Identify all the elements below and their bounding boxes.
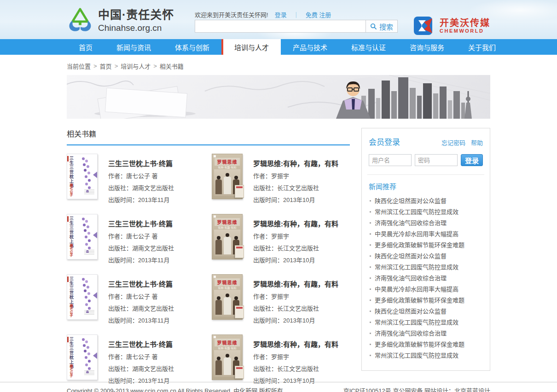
book-date: 出版时间：2013年10月 — [253, 255, 338, 264]
nav-item-training[interactable]: 培训与人才 — [221, 39, 281, 55]
news-item[interactable]: 陕西化企坦然面对公众监督 — [369, 306, 483, 317]
news-item[interactable]: 济南强化油气回收综合治理 — [369, 273, 483, 284]
news-item[interactable]: 常州滨江化工园废气防控显成效 — [369, 350, 483, 361]
book-publisher: 出版社：长江文艺出版社 — [253, 243, 338, 252]
sidebar-divider — [367, 174, 484, 175]
book-author: 作者：唐七公子 著 — [108, 231, 174, 240]
nav-item-consulting[interactable]: 咨询与服务 — [398, 39, 456, 55]
welcome-text: 欢迎来到开美沃责任关怀网! — [195, 10, 268, 19]
breadcrumb-current: 相关书籍 — [160, 62, 184, 70]
nav-item-products[interactable]: 产品与技术 — [281, 39, 339, 55]
cover-author-text: 唐七公子 — [69, 244, 73, 257]
main-area: 相关书籍 三生三世枕上书 唐七公子 三生三世枕上书·终篇 作者：唐七公子 著 — [67, 128, 490, 392]
nav-item-news[interactable]: 新闻与资讯 — [104, 39, 163, 55]
book-cover[interactable]: 三生三世枕上书 唐七公子 — [67, 154, 98, 199]
book-item: 三生三世枕上书 唐七公子 三生三世枕上书·终篇 作者：唐七公子 著 出版社：湖南… — [67, 334, 205, 385]
member-login-title: 会员登录 — [369, 136, 400, 147]
book-title[interactable]: 罗辑思维:有种，有趣，有料 — [253, 158, 338, 168]
book-author: 作者：唐七公子 著 — [108, 352, 174, 361]
partner-name-cn: 开美沃传媒 — [440, 18, 490, 28]
book-publisher: 出版社：湖南文艺出版社 — [108, 364, 174, 373]
news-item[interactable]: 更多细化政策破解节能环保金难题 — [369, 240, 483, 251]
forgot-password-link[interactable]: 忘记密码 — [441, 138, 465, 147]
book-publisher: 出版社：湖南文艺出版社 — [108, 183, 174, 192]
news-item[interactable]: 常州滨江化工园废气防控显成效 — [369, 262, 483, 273]
cover-subtitle-text: 有种·有趣·有料 — [212, 225, 242, 230]
news-item[interactable]: 济南强化油气回收综合治理 — [369, 218, 483, 229]
news-section-title: 新闻推荐 — [369, 181, 483, 191]
news-item[interactable]: 陕西化企坦然面对公众监督 — [369, 196, 483, 207]
book-cover[interactable]: 三生三世枕上书 唐七公子 — [67, 274, 98, 320]
nav-item-home[interactable]: 首页 — [67, 39, 104, 55]
book-title[interactable]: 三生三世枕上书·终篇 — [108, 158, 174, 168]
nav-item-system[interactable]: 体系与创新 — [163, 39, 221, 55]
cover-triangle-mark — [93, 172, 97, 178]
book-title[interactable]: 三生三世枕上书·终篇 — [108, 339, 174, 349]
search-button-label: 搜索 — [379, 22, 393, 31]
book-author: 作者：唐七公子 著 — [108, 171, 174, 180]
book-date: 出版时间：2013年11月 — [108, 195, 174, 204]
search-input[interactable] — [195, 20, 366, 33]
book-publisher: 出版社：长江文艺出版社 — [253, 304, 338, 312]
book-author: 作者：罗振宇 — [253, 231, 338, 240]
news-item[interactable]: 更多细化政策破解节能环保金难题 — [369, 295, 483, 306]
breadcrumb-home[interactable]: 首页 — [100, 62, 112, 70]
partner-logo[interactable]: 开美沃传媒 CHEMWORLD — [414, 17, 490, 35]
search-bar: 搜索 — [195, 20, 398, 33]
book-publisher: 出版社：长江文艺出版社 — [253, 183, 338, 192]
cover-subtitle-text: 有种·有趣·有料 — [212, 286, 242, 290]
book-cover[interactable]: 罗辑思维 有种·有趣·有料 — [212, 214, 243, 259]
book-section: 相关书籍 三生三世枕上书 唐七公子 三生三世枕上书·终篇 作者：唐七公子 著 — [67, 128, 350, 392]
cover-title-text: 罗辑思维 — [215, 278, 240, 286]
cover-title-text: 罗辑思维 — [215, 218, 240, 226]
wisteria-flowers-art — [82, 278, 85, 281]
news-item[interactable]: 常州滨江化工园废气防控显成效 — [369, 317, 483, 328]
username-field[interactable] — [369, 154, 412, 166]
book-cover[interactable]: 罗辑思维 有种·有趣·有料 — [212, 334, 243, 380]
book-cover[interactable]: 罗辑思维 有种·有趣·有料 — [212, 274, 243, 320]
book-item: 三生三世枕上书 唐七公子 三生三世枕上书·终篇 作者：唐七公子 著 出版社：湖南… — [67, 214, 205, 264]
book-author: 作者：罗振宇 — [253, 171, 338, 180]
nav-item-standards[interactable]: 标准与认证 — [339, 39, 398, 55]
book-title[interactable]: 罗辑思维:有种，有趣，有料 — [253, 219, 338, 228]
login-button[interactable]: 登录 — [461, 154, 483, 166]
news-item[interactable]: 更多细化政策破解节能环保金难题 — [369, 339, 483, 350]
breadcrumb: 当前位置 > 首页 > 培训与人才 > 相关书籍 — [67, 62, 490, 70]
password-field[interactable] — [415, 154, 458, 166]
cover-fineprint-art — [84, 190, 94, 195]
register-link[interactable]: 免费 注册 — [306, 10, 331, 19]
book-item: 三生三世枕上书 唐七公子 三生三世枕上书·终篇 作者：唐七公子 著 出版社：湖南… — [67, 154, 205, 204]
breadcrumb-prefix: 当前位置 — [67, 62, 91, 70]
nav-item-about[interactable]: 关于我们 — [456, 39, 508, 55]
news-item[interactable]: 济南强化油气回收综合治理 — [369, 328, 483, 339]
book-cover[interactable]: 三生三世枕上书 唐七公子 — [67, 334, 98, 380]
book-item: 罗辑思维 有种·有趣·有料 罗辑思维:有种，有趣，有料 作者：罗振宇 出版社：长… — [212, 334, 350, 385]
book-cover[interactable]: 三生三世枕上书 唐七公子 — [67, 214, 98, 259]
search-button[interactable]: 搜索 — [366, 20, 398, 33]
news-item[interactable]: 陕西化企坦然面对公众监督 — [369, 251, 483, 262]
news-item[interactable]: 中昊晨光冷却水回用率大幅提高 — [369, 284, 483, 295]
book-item: 罗辑思维 有种·有趣·有料 罗辑思维:有种，有趣，有料 作者：罗振宇 出版社：长… — [212, 274, 350, 324]
news-item[interactable]: 中昊晨光冷却水回用率大幅提高 — [369, 229, 483, 240]
book-publisher: 出版社：湖南文艺出版社 — [108, 304, 174, 312]
sidebar: 会员登录 忘记密码 帮助 登录 新闻推荐 陕西化企坦然面对公众监督 常州滨江化工… — [361, 128, 490, 371]
help-link[interactable]: 帮助 — [471, 138, 483, 147]
book-title[interactable]: 三生三世枕上书·终篇 — [108, 279, 174, 288]
book-item: 罗辑思维 有种·有趣·有料 罗辑思维:有种，有趣，有料 作者：罗振宇 出版社：长… — [212, 154, 350, 204]
chemworld-icon — [414, 17, 436, 35]
login-form: 登录 — [369, 154, 483, 166]
news-item[interactable]: 常州滨江化工园废气防控显成效 — [369, 207, 483, 218]
book-title[interactable]: 罗辑思维:有种，有趣，有料 — [253, 339, 338, 349]
book-item: 罗辑思维 有种·有趣·有料 罗辑思维:有种，有趣，有料 作者：罗振宇 出版社：长… — [212, 214, 350, 264]
book-title[interactable]: 罗辑思维:有种，有趣，有料 — [253, 279, 338, 288]
link-divider: ｜ — [293, 10, 299, 19]
site-logo[interactable]: 中国·责任关怀 Chinahse.org.cn — [67, 6, 174, 33]
recycle-tree-hands-icon — [67, 6, 93, 33]
banner-art — [67, 75, 490, 119]
breadcrumb-training[interactable]: 培训与人才 — [121, 62, 151, 70]
book-author: 作者：唐七公子 著 — [108, 292, 174, 300]
book-title[interactable]: 三生三世枕上书·终篇 — [108, 219, 174, 228]
book-cover[interactable]: 罗辑思维 有种·有趣·有料 — [212, 154, 243, 199]
login-link[interactable]: 登录 — [275, 10, 287, 19]
icp-text: 京ICP证100512号 京公网安备 网站设计：北京蓝蓝设计 — [343, 386, 490, 392]
